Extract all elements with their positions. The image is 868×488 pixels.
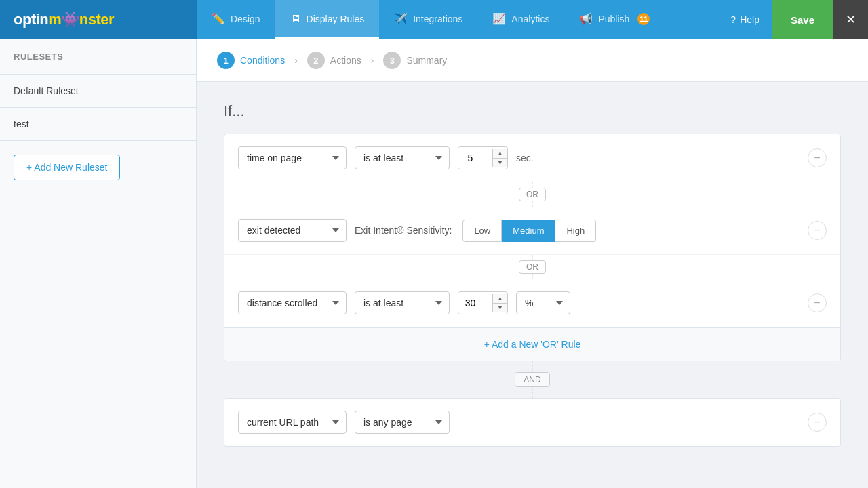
close-button[interactable]: ✕ bbox=[833, 0, 868, 39]
spin-down-1[interactable]: ▼ bbox=[493, 159, 507, 167]
logo-area: optinm👾nster bbox=[0, 0, 197, 39]
step-arrow-2: › bbox=[371, 55, 374, 66]
sidebar-item-default-ruleset[interactable]: Default Ruleset bbox=[0, 75, 196, 108]
rule-group-1: time on page exit detected distance scro… bbox=[224, 134, 841, 361]
add-or-rule-button[interactable]: + Add a New 'OR' Rule bbox=[224, 327, 840, 361]
steps-header: 1 Conditions › 2 Actions › 3 Summary bbox=[197, 39, 868, 82]
step-3-num: 3 bbox=[383, 52, 401, 69]
rules-area: If... time on page exit detected distanc… bbox=[197, 82, 868, 467]
value-input-3[interactable] bbox=[458, 292, 492, 314]
help-button[interactable]: ? Help bbox=[718, 0, 772, 39]
sensitivity-medium-button[interactable]: Medium bbox=[502, 220, 555, 242]
operator-select-3[interactable]: is at least is less than is exactly bbox=[355, 291, 450, 314]
rule-group-2: current URL path time on page exit detec… bbox=[224, 398, 841, 447]
sidebar: Rulesets Default Ruleset test + Add New … bbox=[0, 39, 197, 488]
condition-select-1[interactable]: time on page exit detected distance scro… bbox=[238, 146, 347, 169]
step-2-num: 2 bbox=[307, 52, 325, 69]
nav-tabs: ✏️ Design 🖥 Display Rules ✈️ Integration… bbox=[197, 0, 718, 39]
or-badge-2: OR bbox=[519, 260, 546, 274]
save-button[interactable]: Save bbox=[772, 0, 833, 39]
nav-tab-design[interactable]: ✏️ Design bbox=[197, 0, 275, 39]
step-2-label: Actions bbox=[330, 55, 361, 66]
url-operator-select-4[interactable]: is any page contains exactly matches bbox=[355, 411, 450, 434]
spin-down-3[interactable]: ▼ bbox=[493, 304, 507, 312]
spin-up-3[interactable]: ▲ bbox=[493, 294, 507, 304]
main-content: 1 Conditions › 2 Actions › 3 Summary If.… bbox=[197, 39, 868, 488]
unit-select-3[interactable]: % px bbox=[516, 291, 570, 314]
minus-icon-3: − bbox=[814, 297, 820, 309]
condition-select-4[interactable]: current URL path time on page exit detec… bbox=[238, 411, 347, 434]
nav-tab-design-label: Design bbox=[231, 14, 260, 24]
nav-tab-integrations[interactable]: ✈️ Integrations bbox=[379, 0, 477, 39]
spin-up-1[interactable]: ▲ bbox=[493, 149, 507, 159]
help-label: Help bbox=[740, 14, 760, 25]
nav-tab-display-rules-label: Display Rules bbox=[307, 14, 365, 24]
nav-tab-analytics[interactable]: 📈 Analytics bbox=[477, 0, 564, 39]
sidebar-item-test[interactable]: test bbox=[0, 108, 196, 141]
integrations-icon: ✈️ bbox=[394, 12, 408, 25]
minus-icon-1: − bbox=[814, 152, 820, 164]
remove-rule-1-button[interactable]: − bbox=[808, 148, 827, 167]
and-badge: AND bbox=[515, 372, 549, 387]
value-input-wrap-3: ▲ ▼ bbox=[458, 291, 508, 314]
rule-row-3: distance scrolled time on page exit dete… bbox=[224, 279, 840, 327]
top-nav: optinm👾nster ✏️ Design 🖥 Display Rules ✈… bbox=[0, 0, 868, 39]
help-icon: ? bbox=[730, 14, 736, 25]
monitor-icon: 🖥 bbox=[290, 13, 301, 25]
remove-rule-2-button[interactable]: − bbox=[808, 221, 827, 240]
layout: Rulesets Default Ruleset test + Add New … bbox=[0, 39, 868, 488]
nav-tab-publish-label: Publish bbox=[598, 14, 629, 24]
rule-row-4: current URL path time on page exit detec… bbox=[224, 399, 840, 446]
publish-icon: 📢 bbox=[579, 12, 593, 25]
nav-tab-analytics-label: Analytics bbox=[511, 14, 549, 24]
publish-badge: 11 bbox=[637, 13, 650, 25]
sidebar-item-label: test bbox=[14, 119, 29, 129]
step-summary[interactable]: 3 Summary bbox=[383, 52, 447, 69]
remove-rule-3-button[interactable]: − bbox=[808, 293, 827, 312]
nav-tab-integrations-label: Integrations bbox=[413, 14, 462, 24]
sensitivity-high-button[interactable]: High bbox=[555, 220, 596, 242]
or-connector-1: OR bbox=[224, 182, 840, 207]
value-input-1[interactable] bbox=[458, 147, 492, 169]
minus-icon-4: − bbox=[814, 416, 820, 428]
sidebar-header: Rulesets bbox=[0, 39, 196, 75]
step-actions[interactable]: 2 Actions bbox=[307, 52, 361, 69]
or-badge-1: OR bbox=[519, 188, 546, 201]
rule-row-1: time on page exit detected distance scro… bbox=[224, 134, 840, 182]
analytics-icon: 📈 bbox=[492, 12, 506, 25]
nav-tab-display-rules[interactable]: 🖥 Display Rules bbox=[275, 0, 380, 39]
spinners-1: ▲ ▼ bbox=[492, 149, 507, 167]
logo-text-main: optin bbox=[14, 11, 48, 28]
sensitivity-low-button[interactable]: Low bbox=[462, 220, 502, 242]
step-arrow-1: › bbox=[294, 55, 298, 66]
logo-monster: m👾nster bbox=[48, 11, 114, 28]
add-new-ruleset-button[interactable]: + Add New Ruleset bbox=[14, 155, 120, 180]
step-1-num: 1 bbox=[217, 52, 235, 69]
close-icon: ✕ bbox=[846, 13, 856, 26]
nav-tab-publish[interactable]: 📢 Publish 11 bbox=[564, 0, 665, 39]
sensitivity-buttons: Low Medium High bbox=[462, 220, 596, 242]
sensitivity-label: Exit Intent® Sensitivity: bbox=[355, 225, 452, 236]
if-label: If... bbox=[224, 102, 841, 120]
minus-icon-2: − bbox=[814, 224, 820, 237]
operator-select-1[interactable]: is at least is less than is exactly bbox=[355, 146, 450, 169]
nav-right: ? Help Save ✕ bbox=[718, 0, 868, 39]
rule-row-2: exit detected time on page distance scro… bbox=[224, 207, 840, 255]
and-connector: AND bbox=[224, 361, 841, 398]
value-input-wrap-1: ▲ ▼ bbox=[458, 146, 508, 169]
sidebar-item-label: Default Ruleset bbox=[14, 85, 79, 96]
unit-label-1: sec. bbox=[516, 152, 534, 163]
or-connector-2: OR bbox=[224, 255, 840, 279]
step-1-label: Conditions bbox=[240, 55, 285, 66]
condition-select-3[interactable]: distance scrolled time on page exit dete… bbox=[238, 291, 347, 314]
pencil-icon: ✏️ bbox=[212, 12, 225, 25]
logo: optinm👾nster bbox=[14, 11, 114, 28]
remove-rule-4-button[interactable]: − bbox=[808, 413, 827, 432]
step-3-label: Summary bbox=[406, 55, 447, 66]
step-conditions[interactable]: 1 Conditions bbox=[217, 52, 285, 69]
spinners-3: ▲ ▼ bbox=[492, 294, 507, 312]
condition-select-2[interactable]: exit detected time on page distance scro… bbox=[238, 219, 347, 242]
